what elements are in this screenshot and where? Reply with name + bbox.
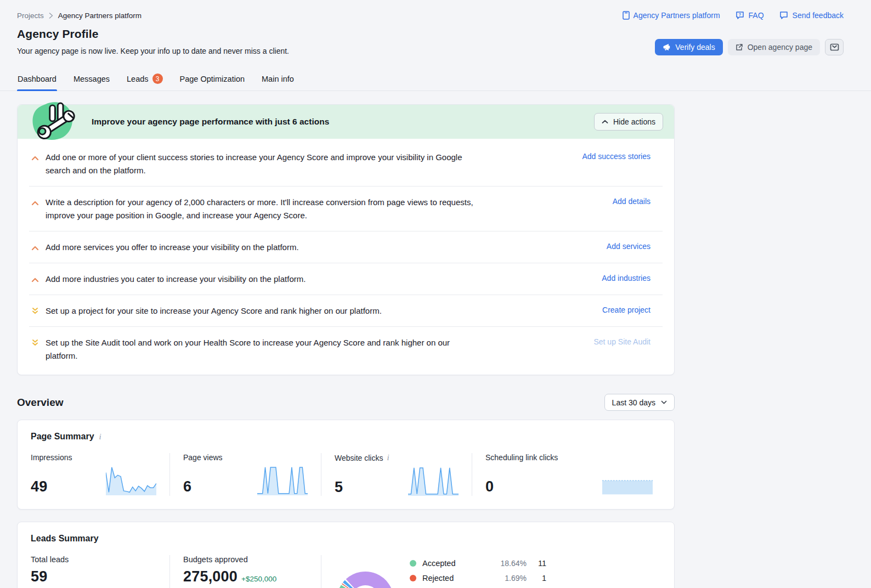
breadcrumb-projects[interactable]: Projects <box>17 12 44 20</box>
tab-dashboard[interactable]: Dashboard <box>17 69 57 91</box>
budgets-delta: +$250,000 <box>241 575 276 583</box>
header-link-label: FAQ <box>749 11 764 20</box>
metric-page-views: Page views 6 <box>169 453 321 496</box>
action-row-description: Write a description for your agency of 2… <box>29 186 663 231</box>
tab-label: Page Optimization <box>180 75 245 83</box>
leads-count-badge: 3 <box>152 74 163 84</box>
website-clicks-sparkline-chart <box>408 465 459 496</box>
tab-label: Leads <box>127 75 149 83</box>
page-summary-title: Page Summary <box>31 432 94 442</box>
chevron-right-icon <box>49 13 53 19</box>
tab-page-optimization[interactable]: Page Optimization <box>179 69 245 91</box>
metric-label: Website clicks <box>335 454 383 462</box>
add-details-link[interactable]: Add details <box>599 197 663 206</box>
leads-summary-body: Total leads 59 Budgets approved 275,000 … <box>18 555 674 588</box>
main-content: Improve your agency page performance wit… <box>17 104 675 588</box>
top-bar: Projects Agency Partners platform Agency… <box>0 0 871 91</box>
open-agency-page-button[interactable]: Open agency page <box>728 39 820 55</box>
tab-leads[interactable]: Leads3 <box>126 69 163 91</box>
metric-label: Page views <box>183 453 223 462</box>
actions-banner: Improve your agency page performance wit… <box>18 105 674 139</box>
metric-impressions: Impressions 49 <box>18 453 169 496</box>
send-feedback-link[interactable]: Send feedback <box>779 11 844 20</box>
add-success-stories-link[interactable]: Add success stories <box>569 152 663 161</box>
leads-summary-card: Leads Summary Total leads 59 Budgets app… <box>17 522 675 588</box>
action-row-project: Set up a project for your site to increa… <box>29 295 663 326</box>
legend-percent: 18.64% <box>493 559 527 568</box>
verify-deals-button[interactable]: Verify deals <box>655 39 722 55</box>
leads-summary-title: Leads Summary <box>31 534 99 544</box>
priority-high-chevron-icon <box>31 275 39 284</box>
legend-dot <box>410 560 416 567</box>
leads-donut-chart <box>335 556 396 588</box>
action-text: Set up a project for your site to increa… <box>46 304 382 318</box>
add-services-link[interactable]: Add services <box>593 242 663 251</box>
tab-main-info[interactable]: Main info <box>261 69 295 91</box>
header-buttons: Verify deals Open agency page <box>655 39 844 55</box>
feedback-bubble-icon <box>779 11 789 20</box>
envelope-icon <box>830 43 839 51</box>
tab-messages[interactable]: Messages <box>73 69 110 91</box>
megaphone-icon <box>663 43 671 51</box>
header-links: Agency Partners platform ? FAQ Send feed… <box>623 11 844 20</box>
agency-partners-platform-link[interactable]: Agency Partners platform <box>623 11 720 20</box>
faq-icon: ? <box>736 11 745 20</box>
page-subtitle: Your agency page is now live. Keep your … <box>17 47 289 55</box>
open-agency-page-label: Open agency page <box>748 43 812 52</box>
external-link-icon <box>736 43 743 51</box>
metric-website-clicks: Website clicks i 5 <box>321 453 472 496</box>
legend-label: Accepted <box>422 559 493 568</box>
page-views-sparkline-chart <box>257 465 308 495</box>
overview-title: Overview <box>17 397 64 409</box>
leads-legend: Accepted 18.64% 11 Rejected 1.69% 1 Expi… <box>410 555 546 588</box>
action-text: Add one or more of your client success s… <box>46 151 478 177</box>
budgets-approved-label: Budgets approved <box>183 555 321 564</box>
tab-label: Messages <box>73 75 110 83</box>
legend-dot <box>410 575 416 581</box>
metric-scheduling-clicks: Scheduling link clicks 0 <box>472 453 674 496</box>
mail-button[interactable] <box>825 39 844 55</box>
priority-high-chevron-icon <box>31 199 39 207</box>
overview-header: Overview Last 30 days <box>17 394 675 411</box>
total-leads-value: 59 <box>31 568 47 585</box>
metric-label: Scheduling link clicks <box>485 453 558 462</box>
metric-value: 0 <box>485 478 494 495</box>
create-project-link[interactable]: Create project <box>589 306 663 314</box>
period-value: Last 30 days <box>612 398 655 407</box>
add-industries-link[interactable]: Add industries <box>589 274 663 282</box>
header-link-label: Send feedback <box>793 11 844 20</box>
set-up-site-audit-link[interactable]: Set up Site Audit <box>580 337 663 346</box>
info-icon[interactable]: i <box>99 432 101 442</box>
info-icon[interactable]: i <box>387 453 389 462</box>
priority-high-chevron-icon <box>31 154 39 162</box>
action-row-success-stories: Add one or more of your client success s… <box>29 142 663 186</box>
legend-count: 11 <box>527 559 546 568</box>
breadcrumb-current: Agency Partners platform <box>58 12 142 20</box>
metric-value: 5 <box>335 479 343 496</box>
actions-banner-title: Improve your agency page performance wit… <box>92 117 329 127</box>
svg-text:?: ? <box>738 12 741 17</box>
scheduling-clicks-sparkline-chart <box>602 465 653 495</box>
faq-link[interactable]: ? FAQ <box>736 11 764 20</box>
tab-bar: Dashboard Messages Leads3 Page Optimizat… <box>0 69 871 91</box>
priority-high-chevron-icon <box>31 244 39 252</box>
action-text: Add more services you offer to increase … <box>46 241 299 254</box>
priority-low-double-chevron-icon <box>31 307 39 316</box>
hide-actions-label: Hide actions <box>613 117 655 126</box>
period-dropdown[interactable]: Last 30 days <box>604 394 675 411</box>
action-row-industries: Add more industries you cater to increas… <box>29 263 663 295</box>
metric-value: 6 <box>183 478 191 495</box>
hand-wrench-illustration <box>28 101 81 142</box>
metric-label: Impressions <box>31 453 72 462</box>
leads-chart-block: Accepted 18.64% 11 Rejected 1.69% 1 Expi… <box>321 555 674 588</box>
legend-percent: 1.69% <box>493 574 527 583</box>
platform-doc-icon <box>623 11 630 20</box>
action-text: Write a description for your agency of 2… <box>46 196 478 222</box>
action-row-site-audit: Set up the Site Audit tool and work on y… <box>29 326 663 371</box>
legend-row-accepted: Accepted 18.64% 11 <box>410 556 546 570</box>
legend-row-rejected: Rejected 1.69% 1 <box>410 570 546 585</box>
hide-actions-button[interactable]: Hide actions <box>594 113 663 131</box>
breadcrumb: Projects Agency Partners platform <box>17 12 142 20</box>
priority-low-double-chevron-icon <box>31 339 39 348</box>
total-leads-label: Total leads <box>31 555 169 564</box>
